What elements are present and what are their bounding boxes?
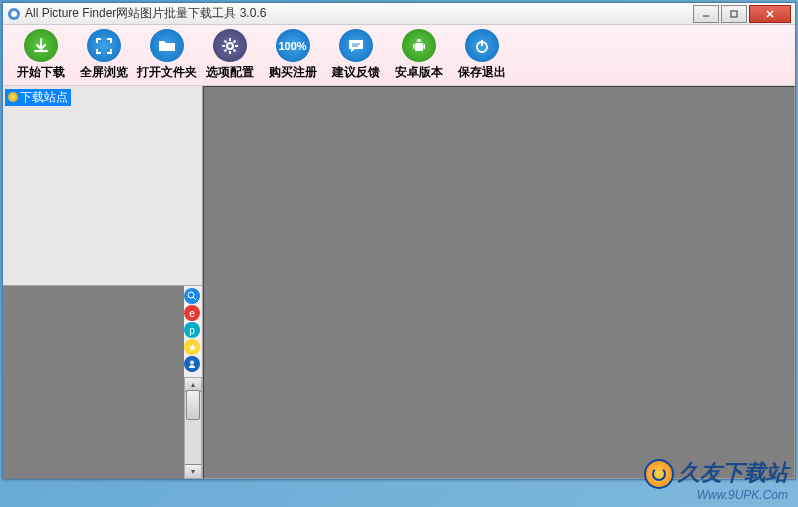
- purchase-button[interactable]: 100% 购买注册: [261, 29, 324, 81]
- svg-point-1: [11, 11, 17, 17]
- thumbnails-area[interactable]: [3, 286, 184, 479]
- left-column: 下载站点 e p ★ ▴ ▾: [3, 86, 203, 479]
- toolbar: 开始下载 全屏浏览 打开文件夹 选项配置 100% 购买注册 建议反馈 安卓版本: [3, 25, 795, 86]
- share-icon[interactable]: p: [184, 322, 200, 338]
- android-icon: [402, 29, 436, 62]
- search-icon[interactable]: [184, 288, 200, 304]
- fullscreen-button[interactable]: 全屏浏览: [72, 29, 135, 81]
- maximize-button[interactable]: [721, 5, 747, 23]
- tree-panel[interactable]: 下载站点: [3, 86, 202, 286]
- window-controls: [693, 5, 791, 23]
- svg-point-10: [416, 40, 417, 41]
- window-title: All Picture Finder网站图片批量下载工具 3.0.6: [25, 5, 693, 22]
- svg-point-6: [227, 43, 233, 49]
- svg-rect-13: [423, 44, 425, 49]
- watermark: 久友下载站 Www.9UPK.Com: [644, 459, 788, 501]
- scroll-down-button[interactable]: ▾: [185, 464, 201, 478]
- content-area: 下载站点 e p ★ ▴ ▾: [3, 86, 795, 479]
- svg-rect-9: [415, 43, 423, 51]
- scrollbar[interactable]: ▴ ▾: [184, 377, 202, 479]
- share-sidebar: e p ★ ▴ ▾: [184, 286, 202, 479]
- save-exit-button[interactable]: 保存退出: [450, 29, 513, 81]
- power-icon: [465, 29, 499, 62]
- open-folder-button[interactable]: 打开文件夹: [135, 29, 198, 81]
- folder-icon: [150, 29, 184, 62]
- close-button[interactable]: [749, 5, 791, 23]
- titlebar[interactable]: All Picture Finder网站图片批量下载工具 3.0.6: [3, 3, 795, 25]
- watermark-logo-icon: [644, 459, 674, 489]
- chat-icon: [339, 29, 373, 62]
- options-button[interactable]: 选项配置: [198, 29, 261, 81]
- feedback-button[interactable]: 建议反馈: [324, 29, 387, 81]
- start-download-button[interactable]: 开始下载: [9, 29, 72, 81]
- app-icon: [7, 7, 21, 21]
- favorite-icon[interactable]: ★: [184, 339, 200, 355]
- app-window: All Picture Finder网站图片批量下载工具 3.0.6 开始下载 …: [2, 2, 796, 480]
- svg-rect-3: [731, 11, 737, 17]
- thumbnails-panel: e p ★ ▴ ▾: [3, 286, 202, 479]
- android-button[interactable]: 安卓版本: [387, 29, 450, 81]
- minimize-button[interactable]: [693, 5, 719, 23]
- tree-node-icon: [8, 92, 18, 102]
- preview-area[interactable]: [203, 86, 795, 479]
- svg-point-11: [420, 40, 421, 41]
- svg-point-18: [190, 361, 194, 365]
- svg-line-17: [193, 297, 196, 300]
- svg-rect-12: [413, 44, 415, 49]
- percent-icon: 100%: [276, 29, 310, 62]
- fullscreen-icon: [87, 29, 121, 62]
- weibo-icon[interactable]: e: [184, 305, 200, 321]
- tree-root-item[interactable]: 下载站点: [5, 89, 71, 106]
- download-icon: [24, 29, 58, 62]
- person-icon[interactable]: [184, 356, 200, 372]
- scroll-thumb[interactable]: [186, 390, 200, 420]
- gear-icon: [213, 29, 247, 62]
